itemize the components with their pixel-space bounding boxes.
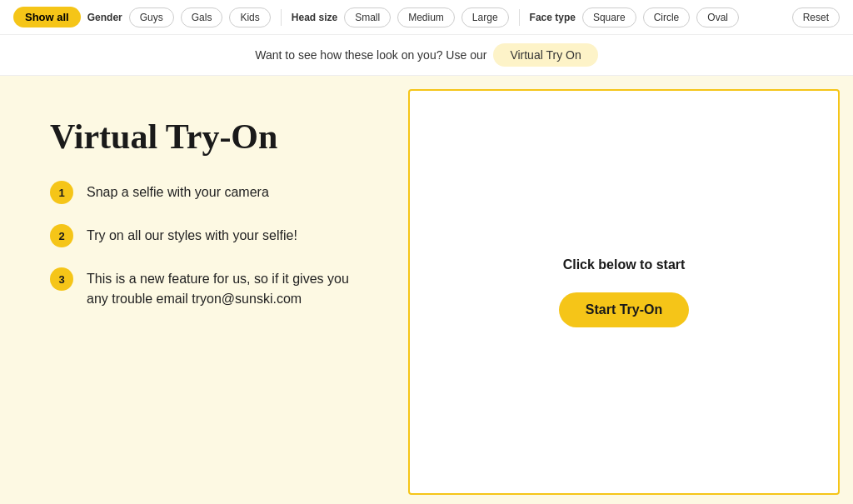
step-text-3: This is a new feature for us, so if it g… bbox=[87, 267, 367, 309]
filter-kids[interactable]: Kids bbox=[229, 7, 270, 27]
filter-large[interactable]: Large bbox=[461, 7, 509, 27]
face-type-label: Face type bbox=[530, 12, 576, 23]
filter-square[interactable]: Square bbox=[582, 7, 636, 27]
filter-circle[interactable]: Circle bbox=[643, 7, 691, 27]
filter-medium[interactable]: Medium bbox=[397, 7, 455, 27]
step-number-3: 3 bbox=[50, 267, 73, 291]
vto-banner-button[interactable]: Virtual Try On bbox=[493, 43, 597, 67]
step-item-3: 3 This is a new feature for us, so if it… bbox=[50, 267, 367, 309]
divider-1 bbox=[281, 9, 282, 26]
step-item-1: 1 Snap a selfie with your camera bbox=[50, 181, 367, 204]
left-panel: Virtual Try-On 1 Snap a selfie with your… bbox=[0, 76, 408, 504]
step-item-2: 2 Try on all our styles with your selfie… bbox=[50, 224, 367, 247]
show-all-button[interactable]: Show all bbox=[13, 7, 81, 27]
divider-2 bbox=[519, 9, 520, 26]
step-text-1: Snap a selfie with your camera bbox=[87, 181, 269, 202]
gender-label: Gender bbox=[87, 12, 122, 23]
vto-banner: Want to see how these look on you? Use o… bbox=[0, 35, 853, 76]
filter-small[interactable]: Small bbox=[344, 7, 391, 27]
vto-title: Virtual Try-On bbox=[50, 117, 367, 156]
filter-guys[interactable]: Guys bbox=[129, 7, 174, 27]
reset-button[interactable]: Reset bbox=[792, 7, 840, 27]
filter-oval[interactable]: Oval bbox=[696, 7, 739, 27]
step-number-1: 1 bbox=[50, 181, 73, 204]
click-label: Click below to start bbox=[563, 257, 686, 272]
head-size-label: Head size bbox=[292, 12, 337, 23]
banner-text: Want to see how these look on you? Use o… bbox=[255, 48, 486, 62]
filter-bar: Show all Gender Guys Gals Kids Head size… bbox=[0, 0, 853, 35]
right-panel: Click below to start Start Try-On bbox=[408, 89, 840, 495]
filter-gals[interactable]: Gals bbox=[181, 7, 223, 27]
start-tryon-button[interactable]: Start Try-On bbox=[559, 292, 689, 327]
step-number-2: 2 bbox=[50, 224, 73, 247]
step-text-2: Try on all our styles with your selfie! bbox=[87, 224, 297, 246]
main-content: Virtual Try-On 1 Snap a selfie with your… bbox=[0, 76, 853, 504]
step-list: 1 Snap a selfie with your camera 2 Try o… bbox=[50, 181, 367, 309]
